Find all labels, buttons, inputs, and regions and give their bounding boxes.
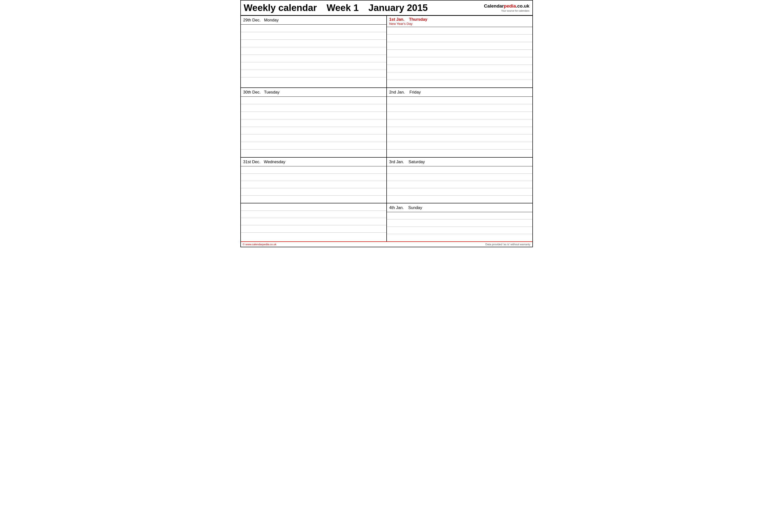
line-row [387, 188, 532, 196]
wednesday-lines [241, 166, 386, 203]
logo-red-text: pedia [504, 3, 516, 9]
saturday-label: 3rd Jan. Saturday [389, 160, 530, 164]
line-row [241, 225, 386, 233]
line-row [241, 134, 386, 142]
page-footer: © www.calendarpedia.co.uk Data provided … [241, 241, 532, 247]
line-row [241, 77, 386, 85]
line-row [241, 188, 386, 196]
line-row [241, 218, 386, 225]
line-row [387, 127, 532, 134]
line-row [241, 181, 386, 188]
day-saturday: 3rd Jan. Saturday [387, 158, 532, 203]
day-friday: 2nd Jan. Friday [387, 88, 532, 157]
logo-domain: .co.uk [516, 3, 529, 9]
line-row [387, 27, 532, 35]
line-row [241, 104, 386, 112]
day-sunday: 4th Jan. Sunday [387, 203, 532, 241]
line-row [387, 42, 532, 50]
wednesday-label: 31st Dec. Wednesday [243, 160, 384, 164]
tuesday-label: 30th Dec. Tuesday [243, 90, 384, 95]
line-row [387, 142, 532, 150]
saturday-lines [387, 166, 532, 203]
line-row [387, 181, 532, 188]
line-row [387, 104, 532, 112]
line-row [241, 233, 386, 240]
line-row [241, 47, 386, 55]
footer-disclaimer: Data provided 'as is' without warranty [485, 243, 530, 246]
line-row [387, 80, 532, 87]
calendar-body: 29th Dec. Monday 1st Jan. Thursday [241, 16, 532, 241]
line-row [387, 219, 532, 227]
logo-name: Calendarpedia.co.uk [484, 3, 529, 9]
line-row [241, 70, 386, 77]
line-row [387, 65, 532, 72]
day-empty [241, 203, 387, 241]
thursday-header: 1st Jan. Thursday New Year's Day [387, 16, 532, 27]
tuesday-lines [241, 97, 386, 157]
line-row [387, 72, 532, 80]
week-row-3: 31st Dec. Wednesday 3rd Jan. Saturday [241, 158, 532, 241]
line-row [387, 50, 532, 57]
line-row [241, 97, 386, 104]
line-row [387, 134, 532, 142]
wednesday-header: 31st Dec. Wednesday [241, 158, 386, 166]
day-thursday: 1st Jan. Thursday New Year's Day [387, 16, 532, 87]
monday-lines [241, 25, 386, 87]
week-row-1: 29th Dec. Monday 1st Jan. Thursday [241, 16, 532, 88]
monday-label: 29th Dec. Monday [243, 18, 384, 23]
header-left: Weekly calendar Week 1 January 2015 [244, 2, 428, 13]
line-row [387, 234, 532, 241]
wed-sat-row: 31st Dec. Wednesday 3rd Jan. Saturday [241, 158, 532, 203]
page-title: Weekly calendar [244, 2, 317, 13]
line-row [241, 166, 386, 174]
line-row [387, 57, 532, 65]
page-header: Weekly calendar Week 1 January 2015 Cale… [241, 0, 532, 16]
line-row [387, 196, 532, 203]
line-row [241, 25, 386, 32]
logo-calendar-text: Calendar [484, 3, 504, 9]
day-wednesday: 31st Dec. Wednesday [241, 158, 387, 203]
sunday-header: 4th Jan. Sunday [387, 203, 532, 212]
line-row [387, 35, 532, 42]
sunday-row: 4th Jan. Sunday [241, 203, 532, 241]
line-row [241, 211, 386, 218]
empty-lines [241, 203, 386, 241]
friday-label: 2nd Jan. Friday [389, 90, 530, 95]
friday-header: 2nd Jan. Friday [387, 88, 532, 97]
monday-header: 29th Dec. Monday [241, 16, 386, 25]
thursday-label: 1st Jan. Thursday [389, 17, 530, 22]
thursday-lines [387, 27, 532, 87]
line-row [241, 196, 386, 203]
line-row [241, 55, 386, 62]
logo: Calendarpedia.co.uk Your source for cale… [484, 3, 529, 12]
sunday-lines [387, 212, 532, 241]
day-tuesday: 30th Dec. Tuesday [241, 88, 387, 157]
saturday-header: 3rd Jan. Saturday [387, 158, 532, 166]
sunday-label: 4th Jan. Sunday [389, 205, 530, 210]
line-row [387, 166, 532, 174]
week-row-2: 30th Dec. Tuesday 2nd Jan. Friday [241, 88, 532, 158]
line-row [241, 112, 386, 119]
line-row [241, 203, 386, 211]
day-monday: 29th Dec. Monday [241, 16, 387, 87]
line-row [241, 150, 386, 157]
line-row [241, 142, 386, 150]
line-row [241, 62, 386, 70]
line-row [387, 97, 532, 104]
line-row [241, 32, 386, 40]
month-label: January 2015 [368, 2, 428, 13]
line-row [387, 150, 532, 157]
calendar-page: Weekly calendar Week 1 January 2015 Cale… [240, 0, 533, 247]
line-row [241, 119, 386, 127]
line-row [387, 112, 532, 119]
friday-lines [387, 97, 532, 157]
tuesday-header: 30th Dec. Tuesday [241, 88, 386, 97]
line-row [387, 174, 532, 181]
logo-subtitle: Your source for calendars [484, 9, 529, 12]
thursday-holiday: New Year's Day [389, 22, 530, 26]
week-label: Week 1 [327, 2, 359, 13]
line-row [387, 119, 532, 127]
line-row [387, 227, 532, 234]
line-row [387, 212, 532, 219]
line-row [241, 174, 386, 181]
